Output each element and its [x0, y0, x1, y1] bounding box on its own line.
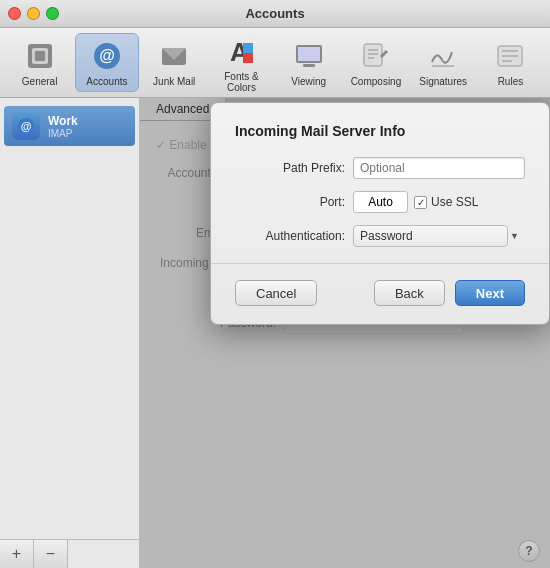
- general-icon: [22, 38, 58, 74]
- port-controls: ✓ Use SSL: [353, 191, 478, 213]
- toolbar-fonts-colors[interactable]: A Fonts & Colors: [210, 29, 273, 97]
- accounts-icon: @: [89, 38, 125, 74]
- content-area: Advanced ✓ Enable this account Account T…: [140, 98, 550, 568]
- svg-rect-12: [303, 64, 315, 67]
- toolbar-rules[interactable]: Rules: [479, 34, 542, 91]
- fonts-colors-icon: A: [223, 33, 259, 69]
- toolbar-composing[interactable]: Composing: [344, 34, 407, 91]
- sidebar-item-work-imap[interactable]: @ Work IMAP: [4, 106, 135, 146]
- modal-title: Incoming Mail Server Info: [235, 123, 525, 139]
- help-button[interactable]: ?: [518, 540, 540, 562]
- junk-mail-icon: [156, 38, 192, 74]
- viewing-icon: [291, 38, 327, 74]
- cancel-button[interactable]: Cancel: [235, 280, 317, 306]
- port-row: Port: ✓ Use SSL: [235, 191, 525, 213]
- remove-icon: −: [46, 545, 55, 563]
- path-prefix-label: Path Prefix:: [235, 161, 345, 175]
- toolbar-composing-label: Composing: [351, 76, 402, 87]
- sidebar: @ Work IMAP + −: [0, 98, 140, 568]
- ssl-label: Use SSL: [431, 195, 478, 209]
- center-buttons: Back Next: [374, 280, 525, 306]
- toolbar-fonts-colors-label: Fonts & Colors: [216, 71, 267, 93]
- svg-text:@: @: [21, 120, 32, 132]
- sidebar-bottom-bar: + −: [0, 539, 139, 568]
- select-arrow-icon: ▼: [510, 231, 519, 241]
- title-bar: Accounts: [0, 0, 550, 28]
- toolbar-signatures-label: Signatures: [419, 76, 467, 87]
- modal-divider: [211, 263, 549, 264]
- account-info: Work IMAP: [48, 114, 78, 139]
- sidebar-account-list: @ Work IMAP: [0, 98, 139, 154]
- svg-rect-13: [364, 44, 382, 66]
- account-type: IMAP: [48, 128, 78, 139]
- remove-account-button[interactable]: −: [34, 540, 68, 568]
- port-input[interactable]: [353, 191, 408, 213]
- toolbar-accounts-label: Accounts: [86, 76, 127, 87]
- path-prefix-input[interactable]: [353, 157, 525, 179]
- svg-rect-8: [243, 53, 253, 63]
- close-button[interactable]: [8, 7, 21, 20]
- composing-icon: [358, 38, 394, 74]
- authentication-label: Authentication:: [235, 229, 345, 243]
- toolbar-junk-mail-label: Junk Mail: [153, 76, 195, 87]
- toolbar-rules-label: Rules: [498, 76, 524, 87]
- minimize-button[interactable]: [27, 7, 40, 20]
- toolbar-viewing[interactable]: Viewing: [277, 34, 340, 91]
- bottom-bar: ?: [140, 534, 550, 568]
- signatures-icon: [425, 38, 461, 74]
- svg-text:@: @: [99, 47, 115, 64]
- svg-rect-9: [243, 43, 253, 53]
- svg-rect-2: [35, 51, 45, 61]
- window-title: Accounts: [245, 6, 304, 21]
- account-name: Work: [48, 114, 78, 128]
- add-icon: +: [12, 545, 21, 563]
- authentication-select-wrapper: Password MD5 Challenge-Response NTLM Ker…: [353, 225, 525, 247]
- toolbar-accounts[interactable]: @ Accounts: [75, 33, 138, 92]
- port-label: Port:: [235, 195, 345, 209]
- modal-buttons: Cancel Back Next: [235, 280, 525, 306]
- add-account-button[interactable]: +: [0, 540, 34, 568]
- svg-rect-11: [298, 47, 320, 61]
- incoming-mail-server-dialog: Incoming Mail Server Info Path Prefix: P…: [210, 102, 550, 325]
- authentication-row: Authentication: Password MD5 Challenge-R…: [235, 225, 525, 247]
- ssl-checkbox-group: ✓ Use SSL: [414, 195, 478, 209]
- toolbar-viewing-label: Viewing: [291, 76, 326, 87]
- authentication-select[interactable]: Password MD5 Challenge-Response NTLM Ker…: [353, 225, 508, 247]
- toolbar-general-label: General: [22, 76, 58, 87]
- next-button[interactable]: Next: [455, 280, 525, 306]
- modal-overlay: Incoming Mail Server Info Path Prefix: P…: [140, 98, 550, 568]
- back-button[interactable]: Back: [374, 280, 445, 306]
- ssl-checkbox[interactable]: ✓: [414, 196, 427, 209]
- toolbar-general[interactable]: General: [8, 34, 71, 91]
- toolbar-signatures[interactable]: Signatures: [412, 34, 475, 91]
- window-controls: [8, 7, 59, 20]
- toolbar-junk-mail[interactable]: Junk Mail: [143, 34, 206, 91]
- path-prefix-row: Path Prefix:: [235, 157, 525, 179]
- main-area: @ Work IMAP + − Advanced: [0, 98, 550, 568]
- rules-icon: [492, 38, 528, 74]
- maximize-button[interactable]: [46, 7, 59, 20]
- toolbar: General @ Accounts Junk Mail A Fonts: [0, 28, 550, 98]
- account-icon: @: [12, 112, 40, 140]
